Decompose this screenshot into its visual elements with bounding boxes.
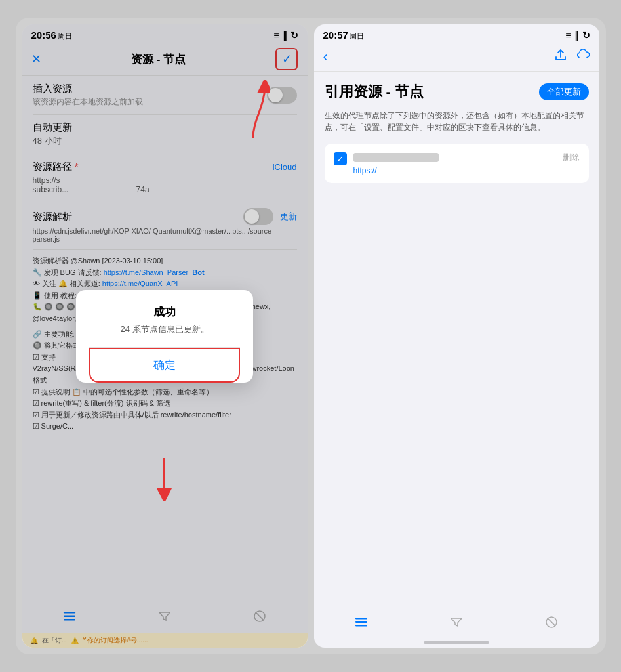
- right-wifi-icon: ≡: [565, 30, 571, 41]
- dialog-message: 24 系节点信息已更新。: [89, 324, 240, 335]
- svg-rect-9: [355, 625, 367, 627]
- arrow-indicator: [233, 80, 270, 142]
- right-time: 20:57周日: [323, 30, 364, 41]
- right-status-bar: 20:57周日 ≡ ∥ ↻: [314, 24, 599, 45]
- right-nav-icons: [553, 48, 590, 66]
- left-panel: 20:56周日 ≡ ∥ ↻ ✕ 资源 - 节点 ✓ 插入资源 该资源内容在本地资…: [22, 24, 308, 648]
- right-bottom-tabs: [314, 608, 599, 639]
- source-item: ✓ 删除 https://: [325, 144, 589, 183]
- dialog-confirm-button[interactable]: 确定: [89, 348, 240, 383]
- right-description: 生效的代理节点除了下列选中的资源外，还包含（如有）本地配置的相关节点，可在「设置…: [325, 110, 589, 133]
- source-item-url: https://: [353, 166, 580, 175]
- right-tab-block[interactable]: [543, 614, 560, 631]
- arrow-indicator-2: [147, 455, 183, 503]
- right-content: 引用资源 - 节点 全部更新 生效的代理节点除了下列选中的资源外，还包含（如有）…: [314, 72, 599, 608]
- dialog-title: 成功: [89, 304, 240, 320]
- right-status-icons: ≡ ∥ ↻: [565, 30, 590, 41]
- source-item-name-placeholder: [353, 153, 439, 162]
- cloud-icon[interactable]: [576, 48, 590, 66]
- source-item-content: 删除 https://: [353, 152, 580, 175]
- right-tab-list[interactable]: [353, 614, 370, 631]
- svg-rect-8: [355, 621, 367, 623]
- dialog-overlay: 成功 24 系节点信息已更新。 确定: [22, 24, 308, 648]
- right-signal-icon: ∥: [574, 30, 579, 41]
- dialog-btn-row: 确定: [89, 347, 240, 383]
- home-indicator: [314, 639, 599, 648]
- source-checkbox[interactable]: ✓: [334, 152, 347, 165]
- svg-line-11: [548, 618, 555, 626]
- home-bar: [424, 641, 489, 644]
- right-sync-icon: ↻: [582, 30, 590, 41]
- right-page-title: 引用资源 - 节点: [325, 82, 424, 102]
- svg-rect-7: [355, 618, 367, 620]
- delete-label[interactable]: 删除: [563, 152, 580, 163]
- right-panel: 20:57周日 ≡ ∥ ↻ ‹ 引用资源 - 节点: [314, 24, 599, 648]
- back-button[interactable]: ‹: [323, 49, 328, 66]
- right-tab-filter[interactable]: [448, 614, 465, 631]
- success-dialog: 成功 24 系节点信息已更新。 确定: [76, 290, 253, 383]
- update-all-button[interactable]: 全部更新: [539, 83, 589, 100]
- share-icon[interactable]: [553, 48, 568, 66]
- right-nav-bar: ‹: [314, 45, 599, 72]
